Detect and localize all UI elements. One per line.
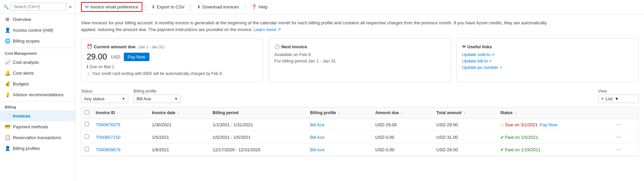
sidebar-item-billing-profiles[interactable]: 👤 Billing profiles [0,143,75,154]
row-invoice-id: T000657150 [92,131,148,144]
sidebar-item-label: Reservation transactions [13,135,61,140]
sidebar-item-payment-methods[interactable]: 💳 Payment methods [0,121,75,132]
status-filter-label: Status [81,89,128,94]
reservation-transactions-icon: 📋 [5,135,10,140]
invoice-id-link[interactable]: T000678375 [96,122,120,127]
sidebar-item-advisor[interactable]: 💡 Advisor recommendations [0,89,75,100]
pay-now-button[interactable]: Pay Now [124,53,149,61]
sort-billing-profile-icon[interactable]: ↕ [338,111,340,115]
row-checkbox[interactable] [85,134,89,139]
select-all-checkbox[interactable] [85,110,89,114]
sidebar: 🔍 « ⊞ Overview 👤 Access control (IAM) 🌐 … [0,0,76,181]
sort-amount-due-icon[interactable]: ↕ [401,111,403,115]
search-input[interactable] [11,3,67,11]
row-more-button[interactable]: ··· [614,146,623,153]
table-row: T000657150 1/5/2021 1/5/2021 - 1/5/2021 … [81,131,638,144]
row-more-actions-cell[interactable]: ··· [611,119,638,131]
toolbar-divider-1 [145,4,145,10]
row-amount-due: USD 0.00 [372,131,433,144]
col-header-status[interactable]: Status ↕ [497,107,611,119]
status-select-value: Any status [84,96,120,101]
sidebar-item-cost-analysis[interactable]: 📈 Cost analysis [0,57,75,68]
sidebar-item-label: Budgets [13,81,29,86]
learn-more-link[interactable]: Learn more ↗ [254,27,281,32]
col-header-invoice-date[interactable]: Invoice date ↕ [148,107,209,119]
invoices-table-wrap: Invoice ID ↕ Invoice date ↕ Billing peri… [81,107,639,156]
warning-icon: ⚠ [87,71,91,76]
overview-icon: ⊞ [5,17,10,22]
row-invoice-date: 1/5/2021 [148,131,209,144]
invoice-id-link[interactable]: T000657150 [96,135,120,140]
sidebar-item-label: Advisor recommendations [13,92,63,97]
sidebar-item-billing-scopes[interactable]: 🌐 Billing scopes [0,35,75,46]
update-po-number-link[interactable]: Update po number > [462,65,633,70]
sort-total-amount-icon[interactable]: ↕ [464,111,465,115]
help-button[interactable]: ❓ Help [248,3,271,11]
row-checkbox[interactable] [85,122,89,126]
current-amount-title: ⏰ Current amount due (Jan 1 - Jan 31) [87,44,257,49]
list-view-icon: ≡ [601,96,604,101]
view-select-value: List [606,96,613,101]
sidebar-item-budgets[interactable]: 💰 Budgets [0,78,75,89]
row-invoice-id: T000678375 [92,119,148,131]
row-billing-period: 1/5/2021 - 1/5/2021 [209,131,307,144]
sidebar-search-bar[interactable]: 🔍 « [0,0,75,14]
help-icon: ❓ [251,4,257,9]
budgets-icon: 💰 [5,81,10,86]
select-all-header[interactable] [81,107,92,119]
useful-links-title: ✏ Useful links [462,44,633,49]
row-more-actions-cell[interactable]: ··· [611,144,638,156]
row-checkbox-cell[interactable] [81,131,92,144]
toolbar: ✉ Invoice email preference ⬇ Export to C… [76,0,644,14]
sidebar-item-label: Payment methods [13,124,48,129]
sidebar-item-overview[interactable]: ⊞ Overview [0,14,75,25]
sort-status-icon[interactable]: ↕ [515,111,516,115]
col-header-billing-profile[interactable]: Billing profile ↕ [307,107,372,119]
useful-links-list: Update sold-to > Update bill-to > Update… [462,52,633,70]
status-filter-select[interactable]: Any status ▼ [81,95,128,103]
row-checkbox[interactable] [85,147,89,151]
view-filter-select[interactable]: ≡ List ▼ [598,95,639,103]
sidebar-item-invoices[interactable]: 📄 Invoices [0,110,75,121]
billing-profiles-icon: 👤 [5,146,10,151]
status-warning-icon: ⚠ [500,122,504,127]
main-area: ✉ Invoice email preference ⬇ Export to C… [76,0,644,181]
billing-profile-filter-select[interactable]: Bill Ace ▼ [134,95,181,103]
row-checkbox-cell[interactable] [81,144,92,156]
row-status: ✔Paid on 1/5/2021 [497,131,611,144]
update-sold-to-link[interactable]: Update sold-to > [462,52,633,57]
col-header-total-amount[interactable]: Total amount ↕ [433,107,497,119]
view-filter-group: View ≡ List ▼ [598,89,639,103]
cost-management-section-label: Cost Management [0,48,75,57]
update-bill-to-link[interactable]: Update bill-to > [462,58,633,63]
billing-profile-link[interactable]: Bill Ace [310,147,325,152]
row-invoice-date: 1/30/2021 [148,119,209,131]
row-more-button[interactable]: ··· [614,121,623,128]
col-header-invoice-id[interactable]: Invoice ID ↕ [92,107,148,119]
export-csv-button[interactable]: ⬇ Export to CSV [148,3,188,11]
row-more-button[interactable]: ··· [614,133,623,141]
download-invoices-button[interactable]: ⬇ Download invoices [194,3,242,11]
billing-profile-link[interactable]: Bill Ace [310,122,325,127]
col-header-amount-due[interactable]: Amount due ↕ [372,107,433,119]
status-filter-group: Status Any status ▼ [81,89,128,103]
row-status: ✔Paid on 1/19/2021 [497,144,611,156]
sort-invoice-id-icon[interactable]: ↕ [117,111,119,115]
sidebar-item-cost-alerts[interactable]: 🔔 Cost alerts [0,68,75,78]
row-checkbox-cell[interactable] [81,119,92,131]
billing-profile-link[interactable]: Bill Ace [310,135,325,140]
row-billing-period: 1/1/2021 - 1/31/2021 [209,119,307,131]
table-header-row: Invoice ID ↕ Invoice date ↕ Billing peri… [81,107,638,119]
sort-invoice-date-icon[interactable]: ↕ [177,111,179,115]
status-ok-icon: ✔ [500,135,504,140]
invoice-email-preference-button[interactable]: ✉ Invoice email preference [81,2,142,12]
row-more-actions-cell[interactable]: ··· [611,131,638,144]
row-status: ⚠Due on 3/1/2021Pay Now [497,119,611,131]
collapse-sidebar-icon[interactable]: « [69,4,72,10]
invoice-id-link[interactable]: T000659679 [96,147,120,152]
col-header-billing-period: Billing period [209,107,307,119]
row-billing-period: 12/17/2020 - 12/31/2020 [209,144,307,156]
sidebar-item-access-control[interactable]: 👤 Access control (IAM) [0,25,75,35]
sidebar-item-reservation-transactions[interactable]: 📋 Reservation transactions [0,132,75,143]
row-pay-now-link[interactable]: Pay Now [540,122,557,127]
